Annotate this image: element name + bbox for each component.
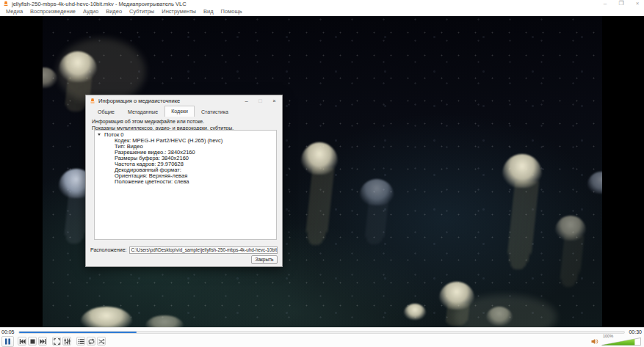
tree-root-label: Поток 0 [104, 131, 123, 138]
tree-root-stream0[interactable]: Поток 0 [95, 132, 276, 138]
elapsed-time: 00:05 [1, 329, 15, 335]
pause-icon [4, 338, 11, 345]
extended-settings-button[interactable] [62, 337, 71, 346]
fullscreen-icon [54, 338, 60, 345]
vlc-cone-icon [3, 1, 9, 7]
close-button[interactable]: × [631, 0, 644, 7]
menu-media[interactable]: Медиа [2, 7, 26, 16]
transport-row: 100% [0, 335, 644, 347]
tab-general[interactable]: Общие [91, 106, 121, 117]
vlc-cone-icon [90, 98, 95, 104]
dialog-close-button[interactable]: Закрыть [251, 255, 278, 264]
fullscreen-button[interactable] [52, 337, 61, 346]
seek-progress [19, 332, 137, 333]
jellyfish [360, 179, 394, 205]
volume-slider[interactable] [601, 337, 641, 346]
next-icon [40, 338, 46, 345]
stop-icon [29, 338, 36, 345]
window-titlebar: jellyfish-250-mbps-4k-uhd-hevc-10bit.mkv… [0, 0, 644, 7]
menu-help[interactable]: Помощь [217, 7, 246, 16]
location-input[interactable]: C:\Users\pdf\Desktop\vid_sample\jellyfis… [129, 246, 278, 254]
window-title: jellyfish-250-mbps-4k-uhd-hevc-10bit.mkv… [12, 1, 187, 7]
vlc-window: jellyfish-250-mbps-4k-uhd-hevc-10bit.mkv… [0, 0, 644, 347]
dialog-tabs: Общие Метаданные Кодеки Статистика [91, 107, 282, 117]
media-info-dialog: Информация о медиаисточнике – □ × Общие … [85, 95, 283, 267]
pause-button[interactable] [1, 336, 14, 347]
jellyfish [502, 154, 542, 188]
tab-metadata[interactable]: Метаданные [121, 106, 164, 117]
total-time: 00:30 [629, 329, 642, 335]
dialog-close-icon[interactable]: × [269, 96, 280, 106]
menu-view[interactable]: Вид [200, 7, 217, 16]
dialog-title: Информация о медиаисточнике [98, 98, 180, 104]
restore-button[interactable]: ❐ [615, 0, 628, 7]
codec-tree: Поток 0 Кодек: MPEG-H Part2/HEVC (H.265)… [94, 130, 277, 240]
jellyfish [81, 307, 132, 327]
jellyfish [587, 172, 602, 194]
location-label: Расположение: [90, 247, 127, 252]
minimize-button[interactable]: – [598, 0, 612, 7]
playlist-button[interactable] [76, 337, 85, 346]
speaker-icon[interactable] [591, 338, 599, 345]
dialog-maximize-button[interactable]: □ [255, 96, 266, 106]
jellyfish [555, 216, 586, 241]
previous-button[interactable] [18, 337, 26, 346]
location-row: Расположение: C:\Users\pdf\Desktop\vid_s… [90, 246, 278, 254]
stop-button[interactable] [28, 337, 37, 346]
playlist-icon [78, 338, 84, 345]
menu-tools[interactable]: Инструменты [158, 7, 200, 16]
shuffle-icon [98, 338, 105, 345]
random-button[interactable] [97, 337, 106, 346]
seek-slider[interactable] [18, 331, 626, 334]
tree-row-chroma-location[interactable]: Положение цветности: слева [95, 179, 276, 185]
jellyfish [59, 51, 97, 82]
jellyfish [43, 67, 57, 88]
menu-audio[interactable]: Аудио [79, 7, 102, 16]
menu-video[interactable]: Видео [102, 7, 126, 16]
tab-statistics[interactable]: Статистика [195, 106, 235, 117]
menu-subtitles[interactable]: Субтитры [126, 7, 158, 16]
seek-row: 00:05 00:30 [0, 328, 644, 335]
dialog-titlebar: Информация о медиаисточнике – □ × [86, 95, 282, 106]
expander-icon[interactable] [98, 134, 101, 136]
player-controls: 00:05 00:30 [0, 327, 644, 347]
volume-percent-label: 100% [603, 334, 613, 338]
jellyfish [301, 142, 338, 175]
menubar: Медиа Воспроизведение Аудио Видео Субтит… [0, 7, 644, 16]
next-button[interactable] [38, 337, 47, 346]
jellyfish [404, 304, 426, 320]
jellyfish [145, 315, 184, 327]
tab-codecs[interactable]: Кодеки [164, 106, 195, 117]
dialog-minimize-button[interactable]: – [241, 96, 252, 106]
video-surface[interactable]: Информация о медиаисточнике – □ × Общие … [0, 16, 644, 327]
volume-control: 100% [591, 337, 641, 346]
menu-playback[interactable]: Воспроизведение [26, 7, 79, 16]
intro-line-1: Информация об этом медиафайле или потоке… [92, 119, 282, 125]
equalizer-icon [64, 338, 70, 345]
loop-icon [88, 338, 95, 345]
loop-button[interactable] [87, 337, 95, 346]
previous-icon [19, 338, 26, 345]
